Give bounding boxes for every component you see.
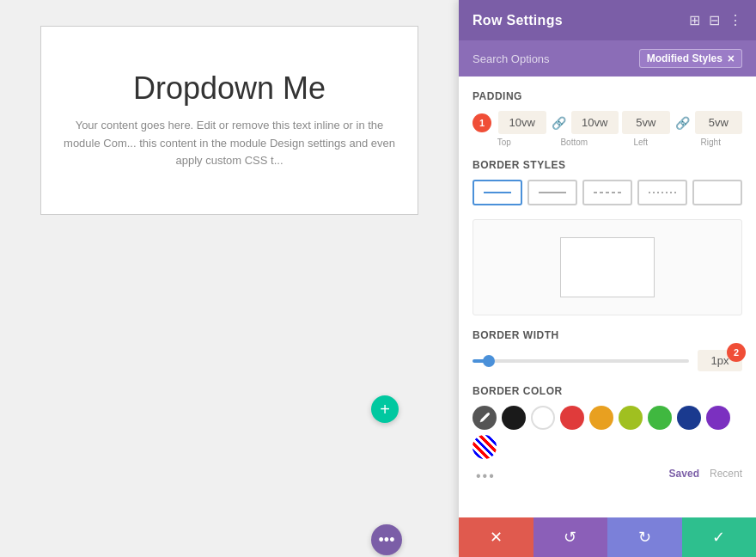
close-badge-icon[interactable]: × xyxy=(728,52,735,64)
canvas-module: Dropdown Me Your content goes here. Edit… xyxy=(40,26,418,215)
panel-title: Row Settings xyxy=(472,13,563,28)
search-options-label[interactable]: Search Options xyxy=(472,52,550,65)
border-style-dashed[interactable] xyxy=(582,180,632,205)
cancel-button[interactable]: ✕ xyxy=(459,517,533,557)
settings-panel: Row Settings ⊞ ⊟ ⋮ Search Options Modifi… xyxy=(459,0,756,557)
left-label: Left xyxy=(609,138,673,147)
step-badge-2: 2 xyxy=(727,343,746,362)
svg-point-0 xyxy=(487,413,490,415)
saved-recent-row: Saved Recent xyxy=(669,468,742,480)
columns-icon[interactable]: ⊟ xyxy=(709,12,720,28)
color-dark-blue[interactable] xyxy=(677,406,701,430)
padding-right-input[interactable] xyxy=(695,111,743,134)
panel-body: Padding 1 🔗 🔗 Top Bottom Left Right Bord… xyxy=(459,77,756,517)
color-black[interactable] xyxy=(502,406,526,430)
redo-button[interactable]: ↻ xyxy=(607,517,682,557)
border-style-outer[interactable] xyxy=(527,180,577,205)
border-preview-area xyxy=(472,219,742,315)
padding-left-input[interactable] xyxy=(622,111,670,134)
plus-icon: + xyxy=(380,400,390,419)
slider-wrapper xyxy=(472,359,689,363)
color-orange[interactable] xyxy=(589,406,613,430)
save-icon: ✓ xyxy=(712,528,725,547)
bottom-label: Bottom xyxy=(543,138,607,147)
more-options-button[interactable]: ••• xyxy=(371,524,402,555)
add-row-button[interactable]: + xyxy=(371,395,399,423)
padding-bottom-input[interactable] xyxy=(571,111,619,134)
step-badge-1: 1 xyxy=(472,113,491,132)
padding-top-input[interactable] xyxy=(498,111,546,134)
module-title: Dropdown Me xyxy=(133,70,326,107)
reset-button[interactable]: ↺ xyxy=(533,517,608,557)
saved-label[interactable]: Saved xyxy=(669,468,699,480)
module-text: Your content goes here. Edit or remove t… xyxy=(58,117,400,170)
color-yellow-green[interactable] xyxy=(619,406,643,430)
more-icon: ••• xyxy=(379,531,395,549)
recent-label[interactable]: Recent xyxy=(710,468,742,480)
border-style-solid[interactable] xyxy=(472,180,522,205)
more-menu-icon[interactable]: ⋮ xyxy=(729,12,742,28)
redo-icon: ↻ xyxy=(638,528,651,547)
padding-labels-row: Top Bottom Left Right xyxy=(472,138,742,147)
border-style-none[interactable] xyxy=(692,180,742,205)
layout-icon[interactable]: ⊞ xyxy=(689,12,700,28)
border-width-label: Border Width xyxy=(472,329,742,341)
slider-value-wrapper: 2 xyxy=(698,350,742,371)
border-color-label: Border Color xyxy=(472,385,742,397)
panel-header: Row Settings ⊞ ⊟ ⋮ xyxy=(459,0,756,40)
cancel-icon: ✕ xyxy=(490,528,503,547)
color-white[interactable] xyxy=(531,406,555,430)
top-label: Top xyxy=(472,138,536,147)
link-icon-left-right[interactable]: 🔗 xyxy=(674,116,692,130)
border-width-slider[interactable] xyxy=(472,359,689,363)
eyedropper-icon xyxy=(479,412,491,424)
padding-section-label: Padding xyxy=(472,90,742,102)
color-red[interactable] xyxy=(560,406,584,430)
border-preview-rect xyxy=(560,237,655,297)
modified-styles-badge[interactable]: Modified Styles × xyxy=(639,49,742,68)
color-green[interactable] xyxy=(648,406,672,430)
header-icons: ⊞ ⊟ ⋮ xyxy=(689,12,742,28)
panel-subheader: Search Options Modified Styles × xyxy=(459,40,756,77)
link-icon-top-bottom[interactable]: 🔗 xyxy=(550,116,568,130)
color-swatches-row xyxy=(472,406,742,459)
padding-inputs-row: 1 🔗 🔗 xyxy=(472,111,742,134)
right-label: Right xyxy=(680,138,743,147)
border-styles-label: Border Styles xyxy=(472,159,742,171)
color-purple[interactable] xyxy=(706,406,730,430)
reset-icon: ↺ xyxy=(564,528,576,547)
color-custom-striped[interactable] xyxy=(472,435,497,459)
panel-footer: ✕ ↺ ↻ ✓ xyxy=(459,517,756,557)
save-button[interactable]: ✓ xyxy=(682,517,757,557)
border-width-row: 2 xyxy=(472,350,742,371)
modified-styles-label: Modified Styles xyxy=(647,52,722,64)
more-colors-dots[interactable]: ••• xyxy=(472,468,499,484)
canvas-area: Dropdown Me Your content goes here. Edit… xyxy=(0,0,459,557)
color-picker-swatch[interactable] xyxy=(472,406,497,430)
border-style-dotted[interactable] xyxy=(637,180,687,205)
padding-grid: 🔗 🔗 xyxy=(498,111,742,134)
border-styles-grid xyxy=(472,180,742,205)
